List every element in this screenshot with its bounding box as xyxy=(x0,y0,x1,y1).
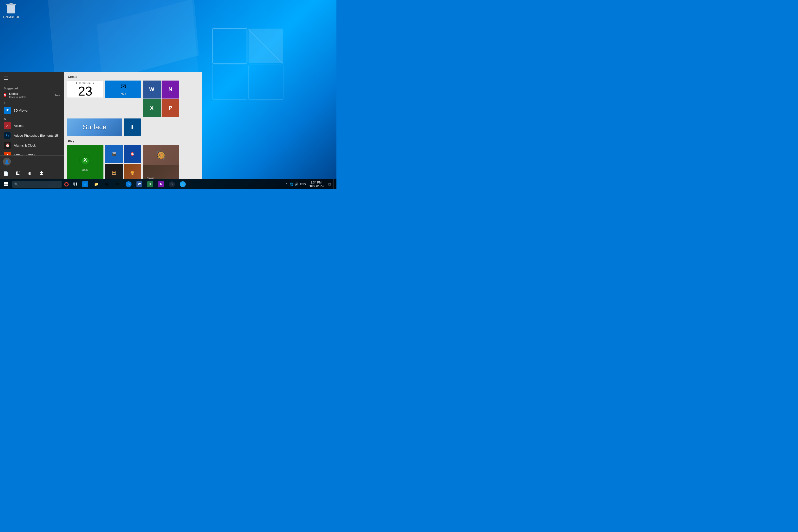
svg-rect-16 xyxy=(4,182,6,184)
svg-rect-7 xyxy=(10,3,13,4)
play-row-1: X Xbox 🎬 🎯 🧮 🍔 🥘 xyxy=(67,145,199,179)
task-view-button[interactable] xyxy=(71,179,80,189)
windows-logo-desktop xyxy=(208,25,287,103)
language-label: ENG xyxy=(300,183,306,186)
svg-rect-22 xyxy=(74,185,75,186)
photos-label: Photos xyxy=(144,176,156,179)
mail-app-icon: ✉ xyxy=(115,181,121,187)
start-menu-left-panel: Suggested N Netflix Click to install Fre… xyxy=(0,72,64,179)
volume-icon-button[interactable]: 🔊 xyxy=(294,179,299,189)
start-menu-tiles-panel: Create Thursday 23 ✉ Mail W N xyxy=(64,72,202,179)
taskbar-mail-button[interactable]: ✉ xyxy=(112,179,123,189)
desktop: Recycle Bin Suggested N xyxy=(0,0,337,189)
calc-small-tile[interactable]: 🧮 xyxy=(105,164,123,179)
alarms-app-item[interactable]: ⏰ Alarms & Clock xyxy=(0,140,64,150)
xbox-tile[interactable]: X Xbox xyxy=(67,145,103,179)
user-profile-row[interactable]: 👤 xyxy=(0,156,64,168)
films-tile[interactable]: 🎬 xyxy=(105,145,123,163)
windows-start-icon xyxy=(4,182,8,186)
recycle-bin-icon[interactable]: Recycle Bin xyxy=(2,2,20,19)
taskbar-file-explorer-button[interactable]: 📁 xyxy=(91,179,101,189)
notification-center-button[interactable]: □ xyxy=(326,179,334,189)
recycle-bin-svg xyxy=(5,2,17,14)
3dviewer-app-item[interactable]: 3D 3D Viewer xyxy=(0,106,64,115)
taskbar-onenote-button[interactable]: N xyxy=(156,179,167,189)
user-avatar: 👤 xyxy=(3,158,11,166)
word-app-icon: W xyxy=(136,181,142,187)
taskbar-edge-button[interactable]: e xyxy=(80,179,91,189)
power-icon: ⏻ xyxy=(39,171,43,176)
network-icon: 🌐 xyxy=(290,183,293,186)
photoshop-label: Adobe Photoshop Elements 15 xyxy=(14,134,58,137)
excel-tile[interactable]: X xyxy=(143,99,161,117)
netflix-app-item[interactable]: N Netflix Click to install Free xyxy=(0,90,64,100)
file-explorer-app-icon: 📁 xyxy=(93,181,99,187)
alarms-icon: ⏰ xyxy=(4,142,11,149)
create-row-1: Thursday 23 ✉ Mail W N X P xyxy=(67,80,199,117)
documents-button[interactable]: 📄 xyxy=(0,168,12,179)
appmark-app-item[interactable]: A APPmark 2018 xyxy=(0,150,64,155)
edge-app-icon: e xyxy=(82,181,88,187)
twitter-app-icon: 🐦 xyxy=(180,181,186,187)
onenote-app-icon: N xyxy=(158,181,164,187)
mail-tile[interactable]: ✉ Mail xyxy=(105,80,141,98)
camera-small-tile[interactable]: 🍔 xyxy=(124,164,141,179)
network-icon-button[interactable]: 🌐 xyxy=(289,179,294,189)
cortana-icon: ⭕ xyxy=(64,182,69,187)
onenote-tile[interactable]: N xyxy=(162,80,179,98)
recycle-bin-label: Recycle Bin xyxy=(3,15,19,19)
search-box[interactable]: 🔍 xyxy=(12,181,61,188)
netflix-sublabel: Click to install xyxy=(9,96,25,98)
show-desktop-button[interactable] xyxy=(334,179,336,189)
word-tile[interactable]: W xyxy=(143,80,161,98)
calendar-tile[interactable]: Thursday 23 xyxy=(67,80,103,98)
photos-tile[interactable]: 🥘 Photos xyxy=(143,145,179,179)
start-app-list: Suggested N Netflix Click to install Fre… xyxy=(0,84,64,155)
svg-rect-21 xyxy=(76,183,77,185)
volume-icon: 🔊 xyxy=(295,183,299,186)
documents-icon: 📄 xyxy=(3,171,8,176)
systray-chevron-button[interactable]: ^ xyxy=(284,179,289,189)
3dviewer-label: 3D Viewer xyxy=(14,109,28,112)
taskbar-steam-button[interactable]: ♨ xyxy=(167,179,177,189)
surface-text: Surface xyxy=(83,123,107,131)
photoshop-app-item[interactable]: Ps Adobe Photoshop Elements 15 xyxy=(0,131,64,140)
pictures-button[interactable]: 🖼 xyxy=(12,168,24,179)
surface-tile[interactable]: Surface xyxy=(67,118,122,136)
user-avatar-icon: 👤 xyxy=(4,159,10,164)
settings-button[interactable]: ⚙ xyxy=(24,168,36,179)
clock-button[interactable]: 2:34 PM 2019-05-23 xyxy=(307,179,326,189)
download-tile[interactable]: ⬇ xyxy=(124,118,141,136)
office-tiles-grid: W N X P xyxy=(143,80,179,117)
hash-section-label: # xyxy=(0,100,64,106)
skype-app-icon: S xyxy=(126,181,132,187)
mail-label: Mail xyxy=(119,92,127,96)
system-tray: ^ 🌐 🔊 ENG 2:34 PM 2019-05-23 □ xyxy=(284,179,337,189)
mail-icon: ✉ xyxy=(120,82,126,91)
svg-rect-3 xyxy=(248,65,283,99)
cortana-button[interactable]: ⭕ xyxy=(62,179,71,189)
create-row-2: Surface ⬇ xyxy=(67,118,199,136)
taskbar-store-button[interactable]: 🛍 xyxy=(101,179,112,189)
language-button[interactable]: ENG xyxy=(299,179,307,189)
task-view-icon xyxy=(73,183,77,186)
taskbar-skype-button[interactable]: S xyxy=(123,179,134,189)
groove-tile[interactable]: 🎯 xyxy=(124,145,141,163)
start-button[interactable] xyxy=(0,179,12,189)
svg-text:X: X xyxy=(83,157,87,163)
access-app-item[interactable]: A Access xyxy=(0,121,64,131)
powerpoint-tile[interactable]: P xyxy=(162,99,179,117)
create-label: Create xyxy=(67,75,199,79)
appmark-icon: A xyxy=(4,152,11,155)
power-button[interactable]: ⏻ xyxy=(36,168,47,179)
hamburger-button[interactable] xyxy=(0,72,12,84)
netflix-free-badge: Free xyxy=(54,94,60,97)
taskbar-twitter-button[interactable]: 🐦 xyxy=(177,179,188,189)
svg-rect-2 xyxy=(212,65,247,99)
taskbar-excel-button[interactable]: X xyxy=(145,179,156,189)
taskbar-word-button[interactable]: W xyxy=(134,179,145,189)
svg-rect-17 xyxy=(6,182,8,184)
download-icon: ⬇ xyxy=(130,124,135,131)
chevron-up-icon: ^ xyxy=(286,183,288,186)
svg-rect-13 xyxy=(4,79,8,79)
